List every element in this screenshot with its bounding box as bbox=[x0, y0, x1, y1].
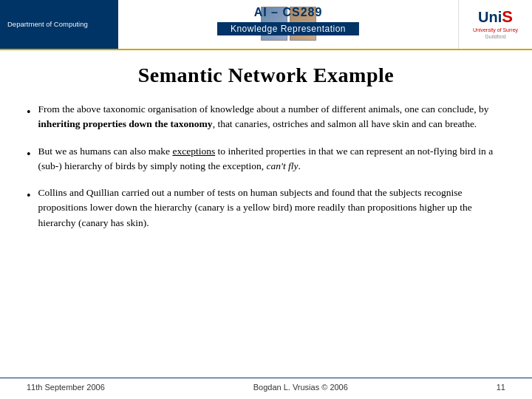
bullet-text-2: But we as humans can also make exception… bbox=[38, 144, 505, 174]
uni-location: Guildford bbox=[485, 33, 505, 40]
footer-date: 11th September 2006 bbox=[27, 383, 105, 392]
list-item: • From the above taxonomic organisation … bbox=[27, 102, 505, 132]
header: Department of Computing AI – CS289 Knowl… bbox=[0, 0, 532, 50]
bullet-icon: • bbox=[27, 187, 31, 205]
subtitle: Knowledge Representation bbox=[217, 22, 359, 35]
slide-title: Semantic Network Example bbox=[27, 64, 505, 87]
footer: 11th September 2006 Bogdan L. Vrusias © … bbox=[0, 378, 532, 392]
list-item: • But we as humans can also make excepti… bbox=[27, 144, 505, 174]
footer-author: Bogdan L. Vrusias © 2006 bbox=[253, 383, 348, 392]
footer-page: 11 bbox=[497, 383, 505, 392]
bullet-icon: • bbox=[27, 146, 31, 163]
university-logo: UniS University of Surrey Guildford bbox=[458, 0, 532, 49]
bullet-list: • From the above taxonomic organisation … bbox=[27, 102, 505, 231]
bullet-text-3: Collins and Quillian carried out a numbe… bbox=[38, 185, 505, 231]
list-item: • Collins and Quillian carried out a num… bbox=[27, 185, 505, 231]
course-title: AI – CS289 bbox=[254, 6, 323, 19]
uni-name: University of Surrey bbox=[473, 27, 518, 33]
bullet-text-1: From the above taxonomic organisation of… bbox=[38, 102, 505, 132]
slide-content: Semantic Network Example • From the abov… bbox=[0, 50, 532, 250]
bullet-icon: • bbox=[27, 103, 31, 121]
uni-logo-icon: UniS bbox=[478, 9, 513, 25]
dept-label: Department of Computing bbox=[7, 20, 88, 29]
department-section: Department of Computing bbox=[0, 0, 118, 49]
